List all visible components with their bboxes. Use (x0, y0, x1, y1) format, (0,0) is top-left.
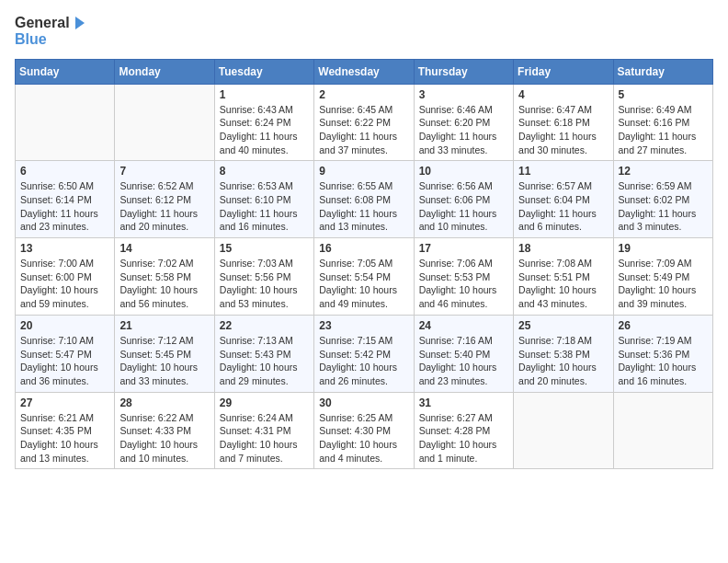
calendar-day-cell: 24Sunrise: 7:16 AM Sunset: 5:40 PM Dayli… (414, 315, 513, 392)
calendar-day-cell (613, 392, 712, 469)
day-info: Sunrise: 7:06 AM Sunset: 5:53 PM Dayligh… (419, 257, 508, 311)
day-number: 11 (518, 165, 608, 178)
calendar-day-cell: 13Sunrise: 7:00 AM Sunset: 6:00 PM Dayli… (16, 238, 115, 316)
day-of-week-header: Saturday (613, 59, 712, 84)
day-number: 18 (518, 242, 608, 255)
calendar-day-cell: 25Sunrise: 7:18 AM Sunset: 5:38 PM Dayli… (514, 315, 613, 392)
day-number: 29 (220, 396, 309, 409)
calendar-day-cell: 7Sunrise: 6:52 AM Sunset: 6:12 PM Daylig… (115, 161, 214, 238)
day-info: Sunrise: 6:50 AM Sunset: 6:14 PM Dayligh… (20, 179, 109, 234)
calendar-week-row: 1Sunrise: 6:43 AM Sunset: 6:24 PM Daylig… (16, 84, 713, 161)
day-of-week-header: Monday (115, 59, 214, 84)
day-info: Sunrise: 6:21 AM Sunset: 4:35 PM Dayligh… (20, 411, 109, 465)
calendar-day-cell: 3Sunrise: 6:46 AM Sunset: 6:20 PM Daylig… (414, 84, 513, 161)
calendar-day-cell: 20Sunrise: 7:10 AM Sunset: 5:47 PM Dayli… (16, 315, 115, 392)
day-number: 14 (119, 242, 209, 255)
calendar-day-cell: 28Sunrise: 6:22 AM Sunset: 4:33 PM Dayli… (115, 392, 214, 469)
calendar-header-row: SundayMondayTuesdayWednesdayThursdayFrid… (16, 59, 713, 84)
day-number: 3 (419, 88, 508, 101)
logo-text-general: General (15, 15, 70, 31)
day-number: 7 (119, 165, 209, 178)
calendar-day-cell: 8Sunrise: 6:53 AM Sunset: 6:10 PM Daylig… (214, 161, 313, 238)
day-number: 17 (419, 242, 508, 255)
calendar-day-cell: 16Sunrise: 7:05 AM Sunset: 5:54 PM Dayli… (314, 238, 414, 316)
day-number: 6 (20, 165, 109, 178)
day-info: Sunrise: 7:13 AM Sunset: 5:43 PM Dayligh… (220, 334, 309, 388)
logo-text-blue: Blue (15, 31, 88, 48)
logo-arrow-icon (72, 15, 88, 31)
day-number: 13 (20, 242, 109, 255)
day-number: 28 (119, 396, 209, 409)
calendar-day-cell: 17Sunrise: 7:06 AM Sunset: 5:53 PM Dayli… (414, 238, 513, 316)
day-number: 9 (319, 165, 408, 178)
day-info: Sunrise: 6:52 AM Sunset: 6:12 PM Dayligh… (119, 179, 209, 234)
day-of-week-header: Friday (514, 59, 613, 84)
day-number: 22 (220, 319, 309, 332)
day-info: Sunrise: 7:08 AM Sunset: 5:51 PM Dayligh… (518, 257, 608, 311)
day-info: Sunrise: 6:55 AM Sunset: 6:08 PM Dayligh… (319, 179, 408, 234)
day-info: Sunrise: 6:56 AM Sunset: 6:06 PM Dayligh… (419, 179, 508, 234)
day-number: 30 (319, 396, 408, 409)
calendar-day-cell: 15Sunrise: 7:03 AM Sunset: 5:56 PM Dayli… (214, 238, 313, 316)
page-header: General Blue (15, 15, 713, 48)
day-number: 8 (220, 165, 309, 178)
day-number: 15 (220, 242, 309, 255)
day-info: Sunrise: 7:05 AM Sunset: 5:54 PM Dayligh… (319, 257, 408, 311)
calendar-day-cell: 18Sunrise: 7:08 AM Sunset: 5:51 PM Dayli… (514, 238, 613, 316)
calendar-week-row: 20Sunrise: 7:10 AM Sunset: 5:47 PM Dayli… (16, 315, 713, 392)
day-number: 1 (220, 88, 309, 101)
svg-marker-0 (75, 17, 85, 29)
calendar-day-cell (115, 84, 214, 161)
calendar-day-cell: 19Sunrise: 7:09 AM Sunset: 5:49 PM Dayli… (613, 238, 712, 316)
calendar-day-cell (16, 84, 115, 161)
calendar-day-cell (514, 392, 613, 469)
day-number: 24 (419, 319, 508, 332)
calendar-day-cell: 1Sunrise: 6:43 AM Sunset: 6:24 PM Daylig… (214, 84, 313, 161)
calendar-day-cell: 5Sunrise: 6:49 AM Sunset: 6:16 PM Daylig… (613, 84, 712, 161)
day-number: 31 (419, 396, 508, 409)
day-info: Sunrise: 6:49 AM Sunset: 6:16 PM Dayligh… (619, 103, 708, 157)
day-number: 12 (619, 165, 708, 178)
calendar-day-cell: 14Sunrise: 7:02 AM Sunset: 5:58 PM Dayli… (115, 238, 214, 316)
day-of-week-header: Wednesday (314, 59, 414, 84)
calendar-day-cell: 11Sunrise: 6:57 AM Sunset: 6:04 PM Dayli… (514, 161, 613, 238)
calendar-day-cell: 6Sunrise: 6:50 AM Sunset: 6:14 PM Daylig… (16, 161, 115, 238)
calendar-day-cell: 30Sunrise: 6:25 AM Sunset: 4:30 PM Dayli… (314, 392, 414, 469)
day-of-week-header: Tuesday (214, 59, 313, 84)
logo: General Blue (15, 15, 88, 48)
day-info: Sunrise: 6:57 AM Sunset: 6:04 PM Dayligh… (518, 179, 608, 234)
day-info: Sunrise: 6:43 AM Sunset: 6:24 PM Dayligh… (220, 103, 309, 157)
day-number: 23 (319, 319, 408, 332)
day-info: Sunrise: 7:19 AM Sunset: 5:36 PM Dayligh… (619, 334, 708, 388)
day-info: Sunrise: 6:59 AM Sunset: 6:02 PM Dayligh… (619, 179, 708, 234)
calendar-day-cell: 27Sunrise: 6:21 AM Sunset: 4:35 PM Dayli… (16, 392, 115, 469)
calendar-week-row: 6Sunrise: 6:50 AM Sunset: 6:14 PM Daylig… (16, 161, 713, 238)
logo-mark: General Blue (15, 15, 88, 48)
day-info: Sunrise: 7:18 AM Sunset: 5:38 PM Dayligh… (518, 334, 608, 388)
day-number: 26 (619, 319, 708, 332)
day-number: 27 (20, 396, 109, 409)
day-of-week-header: Sunday (16, 59, 115, 84)
day-number: 21 (119, 319, 209, 332)
day-info: Sunrise: 6:22 AM Sunset: 4:33 PM Dayligh… (119, 411, 209, 465)
calendar-day-cell: 9Sunrise: 6:55 AM Sunset: 6:08 PM Daylig… (314, 161, 414, 238)
calendar-day-cell: 12Sunrise: 6:59 AM Sunset: 6:02 PM Dayli… (613, 161, 712, 238)
day-info: Sunrise: 7:09 AM Sunset: 5:49 PM Dayligh… (619, 257, 708, 311)
day-number: 19 (619, 242, 708, 255)
calendar-day-cell: 4Sunrise: 6:47 AM Sunset: 6:18 PM Daylig… (514, 84, 613, 161)
day-number: 25 (518, 319, 608, 332)
day-info: Sunrise: 7:02 AM Sunset: 5:58 PM Dayligh… (119, 257, 209, 311)
calendar-day-cell: 10Sunrise: 6:56 AM Sunset: 6:06 PM Dayli… (414, 161, 513, 238)
day-number: 10 (419, 165, 508, 178)
calendar-day-cell: 22Sunrise: 7:13 AM Sunset: 5:43 PM Dayli… (214, 315, 313, 392)
calendar-week-row: 13Sunrise: 7:00 AM Sunset: 6:00 PM Dayli… (16, 238, 713, 316)
day-info: Sunrise: 7:16 AM Sunset: 5:40 PM Dayligh… (419, 334, 508, 388)
day-number: 16 (319, 242, 408, 255)
day-info: Sunrise: 6:25 AM Sunset: 4:30 PM Dayligh… (319, 411, 408, 465)
day-info: Sunrise: 6:27 AM Sunset: 4:28 PM Dayligh… (419, 411, 508, 465)
calendar-day-cell: 23Sunrise: 7:15 AM Sunset: 5:42 PM Dayli… (314, 315, 414, 392)
day-info: Sunrise: 7:15 AM Sunset: 5:42 PM Dayligh… (319, 334, 408, 388)
calendar-day-cell: 2Sunrise: 6:45 AM Sunset: 6:22 PM Daylig… (314, 84, 414, 161)
day-of-week-header: Thursday (414, 59, 513, 84)
calendar-day-cell: 31Sunrise: 6:27 AM Sunset: 4:28 PM Dayli… (414, 392, 513, 469)
